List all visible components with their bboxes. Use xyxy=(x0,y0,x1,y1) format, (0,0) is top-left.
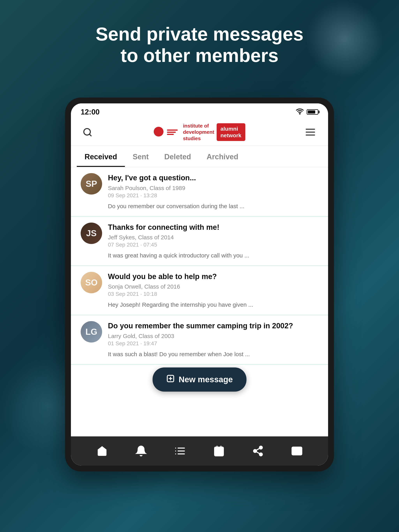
logo-ids: institute of development studies xyxy=(154,123,214,142)
org-line2: development xyxy=(183,129,214,135)
message-header: SP Hey, I've got a question... Sarah Pou… xyxy=(81,173,318,198)
nav-network[interactable] xyxy=(249,442,267,460)
message-item[interactable]: LG Do you remember the summer camping tr… xyxy=(71,315,328,365)
logo-text: institute of development studies xyxy=(183,123,214,142)
message-meta: Thanks for connecting with me! Jeff Syke… xyxy=(108,222,318,248)
tab-deleted[interactable]: Deleted xyxy=(156,146,199,167)
message-date: 01 Sep 2021 · 19:47 xyxy=(108,340,318,347)
svg-line-2 xyxy=(90,134,91,136)
tab-archived[interactable]: Archived xyxy=(199,146,246,167)
message-sender: Larry Gold, Class of 2003 xyxy=(108,333,318,339)
message-header: JS Thanks for connecting with me! Jeff S… xyxy=(81,222,318,248)
avatar: SP xyxy=(81,173,102,195)
alumni-badge: alumni network xyxy=(217,123,245,141)
message-header: SO Would you be able to help me? Sonja O… xyxy=(81,272,318,297)
nav-feed[interactable] xyxy=(171,442,189,460)
new-message-button[interactable]: New message xyxy=(153,367,246,392)
messages-area-wrapper: SP Hey, I've got a question... Sarah Pou… xyxy=(71,167,328,436)
message-header: LG Do you remember the summer camping tr… xyxy=(81,321,318,346)
logo-lines xyxy=(167,129,178,135)
messages-list: SP Hey, I've got a question... Sarah Pou… xyxy=(71,167,328,436)
svg-point-0 xyxy=(299,113,300,114)
bg-glow-top-right xyxy=(305,0,383,78)
device-container: 12:00 xyxy=(65,98,334,471)
page-headline: Send private messagesto other members xyxy=(96,23,303,66)
tablet-screen: 12:00 xyxy=(71,103,328,466)
wifi-icon xyxy=(296,107,304,117)
svg-line-20 xyxy=(256,448,259,450)
message-preview: It was great having a quick introductory… xyxy=(81,251,318,260)
message-preview: Hey Joseph! Regarding the internship you… xyxy=(81,301,318,309)
message-subject: Do you remember the summer camping trip … xyxy=(108,321,318,331)
org-line3: studies xyxy=(183,136,201,141)
org-line1: institute of xyxy=(183,123,209,129)
status-time: 12:00 xyxy=(81,108,100,116)
status-bar: 12:00 xyxy=(71,103,328,119)
hamburger-button[interactable] xyxy=(305,125,318,139)
tablet-frame: 12:00 xyxy=(65,98,334,471)
message-meta: Hey, I've got a question... Sarah Poulso… xyxy=(108,173,318,198)
message-date: 07 Sep 2021 · 07:45 xyxy=(108,242,318,248)
app-header: institute of development studies alumni … xyxy=(71,119,328,146)
message-subject: Thanks for connecting with me! xyxy=(108,222,318,232)
message-sender: Jeff Sykes, Class of 2014 xyxy=(108,234,318,241)
message-meta: Would you be able to help me? Sonja Orwe… xyxy=(108,272,318,297)
nav-notifications[interactable] xyxy=(132,442,150,460)
tabs-bar: Received Sent Deleted Archived xyxy=(71,146,328,167)
message-preview: Do you remember our conversation during … xyxy=(81,202,318,210)
message-meta: Do you remember the summer camping trip … xyxy=(108,321,318,346)
avatar: JS xyxy=(81,222,102,244)
message-sender: Sonja Orwell, Class of 2016 xyxy=(108,283,318,290)
svg-rect-12 xyxy=(215,447,224,456)
logo-area: institute of development studies alumni … xyxy=(154,123,245,142)
message-subject: Would you be able to help me? xyxy=(108,272,318,281)
bottom-nav xyxy=(71,436,328,466)
message-subject: Hey, I've got a question... xyxy=(108,173,318,183)
message-date: 09 Sep 2021 · 13:28 xyxy=(108,192,318,199)
nav-messages[interactable] xyxy=(288,442,306,460)
status-icons xyxy=(296,107,318,117)
message-item[interactable]: JS Thanks for connecting with me! Jeff S… xyxy=(71,217,328,266)
avatar: LG xyxy=(81,321,102,342)
message-item[interactable]: SP Hey, I've got a question... Sarah Pou… xyxy=(71,167,328,216)
svg-line-19 xyxy=(256,452,259,454)
tab-sent[interactable]: Sent xyxy=(125,146,156,167)
battery-icon xyxy=(307,109,318,115)
search-button[interactable] xyxy=(81,125,94,139)
nav-home[interactable] xyxy=(93,442,111,460)
message-item[interactable]: SO Would you be able to help me? Sonja O… xyxy=(71,266,328,315)
message-preview: It was such a blast! Do you remember whe… xyxy=(81,350,318,358)
avatar: SO xyxy=(81,272,102,293)
nav-calendar[interactable] xyxy=(210,442,228,460)
new-message-label: New message xyxy=(179,375,233,384)
message-sender: Sarah Poulson, Class of 1989 xyxy=(108,185,318,191)
tab-received[interactable]: Received xyxy=(77,146,125,167)
message-date: 03 Sep 2021 · 10:18 xyxy=(108,291,318,297)
compose-icon xyxy=(166,374,175,385)
